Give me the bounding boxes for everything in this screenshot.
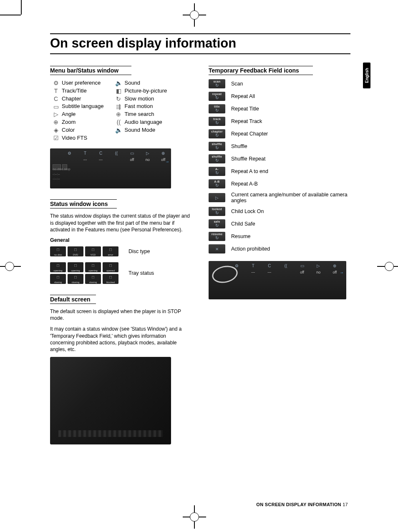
feedback-badge: A-B↻ (209, 179, 225, 188)
disc-type-row: no discDVDVCDerror Disc type (50, 246, 192, 256)
page-title: On screen display information (50, 36, 350, 51)
menu-left-label: Zoom (62, 118, 113, 126)
menu-left-label: Angle (62, 110, 113, 118)
menu-left-label: Color (62, 126, 113, 134)
status-tile: opening (68, 262, 83, 272)
feedback-badge: locked↻ (209, 207, 225, 216)
osd-cell: ⊕ (327, 263, 343, 268)
feedback-badge: title↻ (209, 104, 225, 113)
feedback-badge: track↻ (209, 117, 225, 126)
footer-label: ON SCREEN DISPLAY INFORMATION (256, 502, 341, 507)
status-tile: no disc (50, 246, 66, 256)
tray-status-row: openingopeningopeningopenedclosingclosin… (50, 262, 192, 284)
feedback-row: shuffle↻Shuffle Repeat (209, 154, 350, 163)
tv-photo (50, 357, 171, 444)
menu-icon-table: ⚙ T C ▭ ▷ ⊕ ◈ ☑ User preferenceTrack/Tit… (50, 79, 192, 142)
feedback-row: shuffle↻Shuffle (209, 142, 350, 151)
sound-icon: 🔈 (115, 79, 122, 87)
feedback-label: Child Safe (231, 221, 350, 227)
feedback-badge: chapter↻ (209, 129, 225, 138)
feedback-row: ✕Action prohibited (209, 244, 350, 253)
feedback-label: Repeat Title (231, 106, 350, 112)
default-p1: The default screen is displayed when the… (50, 308, 192, 321)
page-footer: ON SCREEN DISPLAY INFORMATION 17 (256, 502, 348, 507)
status-tile: DVD (68, 246, 83, 256)
osd-cell: ▷ (140, 151, 155, 157)
status-paragraph: The status window displays the current s… (50, 213, 192, 233)
feedback-badge: ▷ (209, 193, 225, 202)
title-bar: On screen display information (50, 33, 350, 54)
feedback-row: A-↻Repeat A to end (209, 167, 350, 176)
osd-cell: no (140, 158, 155, 163)
feedback-row: safe↻Child Safe (209, 219, 350, 228)
feedback-badge: A-↻ (209, 167, 225, 176)
feedback-label: Repeat Track (231, 118, 350, 124)
status-tile: opening (85, 262, 101, 272)
osd-cell: C (261, 263, 277, 268)
status-tile: closing (50, 274, 66, 284)
soundmode-icon: 🔈 (115, 126, 122, 134)
osd-cell: --- (245, 270, 261, 274)
heading-menubar: Menu bar/Status window (50, 66, 131, 75)
check-icon: ☑ (53, 134, 59, 142)
osd-cell: off (294, 270, 310, 274)
feedback-row: locked↻Child Lock On (209, 207, 350, 216)
menu-right-label: Sound Mode (124, 126, 176, 134)
osd-side-1: -:--:-- (53, 172, 71, 176)
t-icon: T (54, 87, 58, 95)
right-column: Temporary Feedback Field icons scan↻Scan… (209, 66, 350, 444)
feedback-row: title↻Repeat Title (209, 104, 350, 113)
footer-page: 17 (343, 502, 348, 507)
gear-icon: ⚙ (53, 79, 59, 87)
disc-type-label: Disc type (128, 248, 150, 254)
arrow-icon: → (340, 270, 344, 275)
menu-right-icons: 🔈 ◧ ↻ ⇶ ⊕ (( 🔈 (113, 79, 124, 142)
heading-status: Status window icons (50, 199, 117, 208)
arrow-icon: → (165, 159, 169, 164)
status-tile: blocked (103, 274, 118, 284)
osd-cell (108, 158, 124, 163)
feedback-badge: ✕ (209, 244, 225, 253)
feedback-label: Shuffle (231, 143, 350, 149)
feedback-badge: repeat↻ (209, 92, 225, 101)
left-column: Menu bar/Status window ⚙ T C ▭ ▷ ⊕ ◈ ☑ U… (50, 66, 192, 444)
osd-cell (277, 270, 294, 274)
osd-cell: ▭ (124, 151, 140, 157)
feedback-badge: shuffle↻ (209, 154, 225, 163)
menu-right-label: Fast motion (124, 103, 176, 110)
menu-left-label: User preference (62, 79, 113, 87)
feedback-label: Repeat A-B (231, 181, 350, 187)
osd-cell: ▷ (310, 263, 327, 268)
menu-right-label: Slow motion (124, 95, 176, 103)
menu-left-icons: ⚙ T C ▭ ▷ ⊕ ◈ ☑ (50, 79, 62, 142)
feedback-label: Action prohibited (231, 246, 350, 252)
menu-left-label: Chapter (62, 95, 113, 103)
status-tile: closing (85, 274, 101, 284)
osd-cell: --- (77, 158, 93, 163)
feedback-row: repeat↻Repeat All (209, 92, 350, 101)
fast-icon: ⇶ (116, 103, 121, 110)
feedback-label: Shuffle Repeat (231, 156, 350, 162)
menu-left-label: Subtitle language (62, 103, 113, 110)
feedback-label: Repeat A to end (231, 168, 350, 174)
feedback-row: A-B↻Repeat A-B (209, 179, 350, 188)
heading-default: Default screen (50, 295, 96, 304)
osd-cell: (( (277, 263, 294, 268)
feedback-badge: shuffle↻ (209, 142, 225, 151)
feedback-badge: scan↻ (209, 79, 225, 88)
menu-left-label: Track/Title (62, 87, 113, 95)
menu-right-label: Sound (124, 79, 176, 87)
subtitle-icon: ▭ (53, 103, 59, 110)
osd-cell: ▭ (294, 263, 310, 268)
feedback-list: scan↻Scanrepeat↻Repeat Alltitle↻Repeat T… (209, 79, 350, 253)
osd-cell: no (310, 270, 327, 274)
status-tile: opening (50, 262, 66, 272)
menu-left-label: Video FTS (62, 134, 113, 142)
feedback-label: Repeat Chapter (231, 131, 350, 137)
osd-cell: T (77, 151, 93, 157)
slow-icon: ↻ (116, 95, 121, 103)
osd-cell (229, 270, 245, 274)
language-tab: English (363, 63, 370, 88)
status-tile: opened (103, 262, 118, 272)
feedback-badge: resume↻ (209, 232, 225, 241)
